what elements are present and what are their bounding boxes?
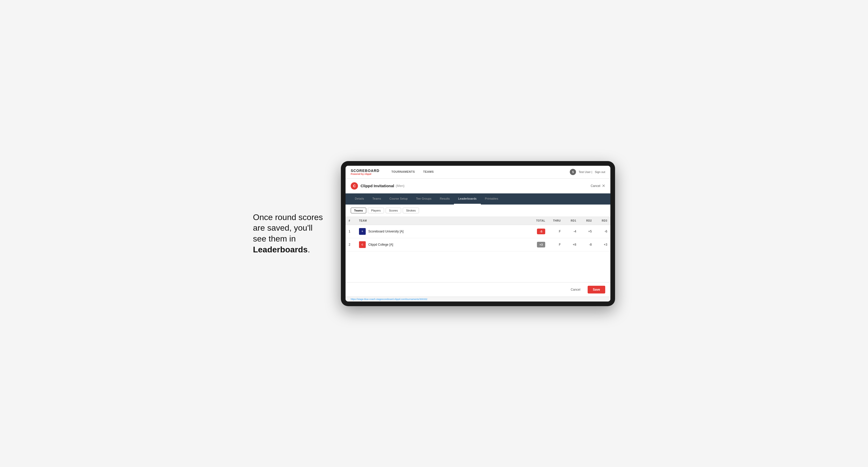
col-rank: # <box>345 217 356 225</box>
row1-team-name: Scoreboard University [A] <box>368 229 403 233</box>
row1-rd2: +5 <box>579 225 595 238</box>
col-total: TOTAL <box>528 217 548 225</box>
nav-right: S Test User | Sign out <box>570 169 605 175</box>
row1-rd1: -4 <box>564 225 579 238</box>
tournament-cancel-button[interactable]: Cancel ✕ <box>591 183 605 188</box>
sidebar-text-end: . <box>308 245 310 254</box>
leaderboard-table: # TEAM TOTAL THRU RD1 RD2 RD3 1 <box>345 217 610 282</box>
tournament-title: Clippd Invitational <box>361 184 394 188</box>
user-name: Test User | <box>579 170 592 174</box>
table-header-row: # TEAM TOTAL THRU RD1 RD2 RD3 <box>345 217 610 225</box>
nav-teams[interactable]: TEAMS <box>419 166 438 179</box>
logo-text: SCOREBOARD <box>351 168 379 173</box>
tab-tee-groups[interactable]: Tee Groups <box>412 193 436 205</box>
leaderboard-table-container: # TEAM TOTAL THRU RD1 RD2 RD3 1 <box>345 217 610 282</box>
cancel-label: Cancel <box>591 184 600 188</box>
col-team: TEAM <box>356 217 528 225</box>
row2-total-badge: +3 <box>537 242 545 247</box>
sign-out-link[interactable]: Sign out <box>595 170 605 174</box>
tab-leaderboards[interactable]: Leaderboards <box>454 193 481 205</box>
tab-details[interactable]: Details <box>351 193 368 205</box>
row2-team-logo: C <box>359 241 366 248</box>
footer-save-button[interactable]: Save <box>588 286 605 293</box>
row1-thru: F <box>548 225 564 238</box>
url-bar: https://stage-blue-coach.stagescoreboard… <box>345 297 610 302</box>
row2-rd3: +3 <box>595 238 610 251</box>
row1-team: S Scoreboard University [A] <box>356 225 528 238</box>
page-wrapper: Once round scores are saved, you'll see … <box>253 161 615 306</box>
tournament-subtitle: (Men) <box>396 184 404 188</box>
tournament-icon: C <box>351 182 358 190</box>
filter-bar: Teams Players Scores Strokes <box>345 205 610 217</box>
filter-strokes-button[interactable]: Strokes <box>403 208 419 213</box>
user-avatar: S <box>570 169 576 175</box>
row1-total: -5 <box>528 225 548 238</box>
logo-area: SCOREBOARD Powered by clippd <box>351 168 379 175</box>
bottom-footer: Cancel Save <box>345 282 610 297</box>
tab-teams[interactable]: Teams <box>368 193 385 205</box>
footer-cancel-button[interactable]: Cancel <box>566 286 585 293</box>
sidebar-text-bold: Leaderboards <box>253 245 308 254</box>
tablet-screen: SCOREBOARD Powered by clippd TOURNAMENTS… <box>345 166 610 302</box>
filter-players-button[interactable]: Players <box>368 208 384 213</box>
row2-rank: 2 <box>345 238 356 251</box>
tablet-device: SCOREBOARD Powered by clippd TOURNAMENTS… <box>341 161 615 306</box>
row2-rd2: -8 <box>579 238 595 251</box>
table-row: 2 C Clippd College [A] +3 F <box>345 238 610 251</box>
team-cell: C Clippd College [A] <box>359 241 525 248</box>
logo-sub-prefix: Powered by <box>351 173 365 175</box>
filter-scores-button[interactable]: Scores <box>385 208 401 213</box>
nav-tournaments[interactable]: TOURNAMENTS <box>387 166 419 179</box>
row2-rd1: +8 <box>564 238 579 251</box>
row2-total: +3 <box>528 238 548 251</box>
row1-rd3: -6 <box>595 225 610 238</box>
sub-navigation: Details Teams Course Setup Tee Groups Re… <box>345 193 610 205</box>
tab-results[interactable]: Results <box>436 193 454 205</box>
nav-links: TOURNAMENTS TEAMS <box>387 166 570 179</box>
row2-team-name: Clippd College [A] <box>368 243 393 246</box>
col-thru: THRU <box>548 217 564 225</box>
row1-rank: 1 <box>345 225 356 238</box>
row2-thru: F <box>548 238 564 251</box>
logo-subtitle: Powered by clippd <box>351 173 379 175</box>
team-cell: S Scoreboard University [A] <box>359 228 525 235</box>
col-rd2: RD2 <box>579 217 595 225</box>
url-text: https://stage-blue-coach.stagescoreboard… <box>351 298 427 301</box>
top-navigation: SCOREBOARD Powered by clippd TOURNAMENTS… <box>345 166 610 179</box>
col-rd3: RD3 <box>595 217 610 225</box>
tournament-header: C Clippd Invitational (Men) Cancel ✕ <box>345 179 610 193</box>
row1-total-badge: -5 <box>537 228 545 234</box>
table-row: 1 S Scoreboard University [A] -5 F <box>345 225 610 238</box>
row2-team: C Clippd College [A] <box>356 238 528 251</box>
logo-brand: clippd <box>365 173 371 175</box>
col-rd1: RD1 <box>564 217 579 225</box>
row1-team-logo: S <box>359 228 366 235</box>
tab-printables[interactable]: Printables <box>481 193 502 205</box>
tab-course-setup[interactable]: Course Setup <box>385 193 412 205</box>
sidebar-text-plain: Once round scores are saved, you'll see … <box>253 213 323 243</box>
table-empty-row <box>345 251 610 282</box>
close-icon[interactable]: ✕ <box>602 183 605 188</box>
sidebar-description: Once round scores are saved, you'll see … <box>253 212 326 255</box>
filter-teams-button[interactable]: Teams <box>351 208 366 213</box>
